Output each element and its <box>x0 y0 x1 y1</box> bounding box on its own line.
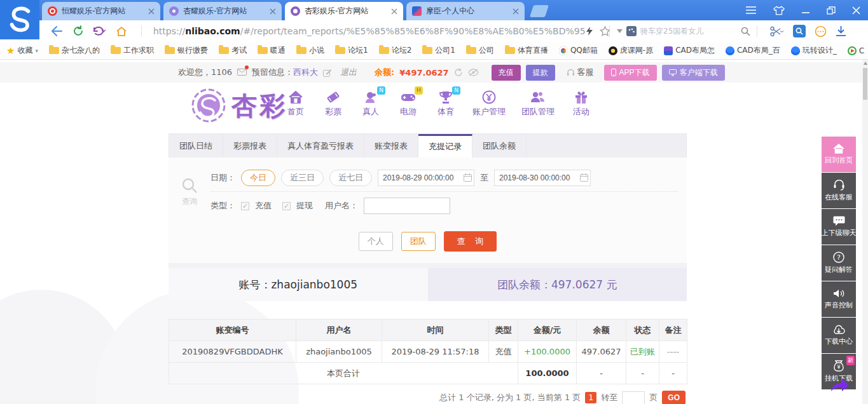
message-envelope-icon[interactable] <box>237 68 247 77</box>
side-online-service[interactable]: 在线客服 <box>822 173 856 208</box>
bookmark-site-cad-baidu[interactable]: CAD布局_百 <box>726 45 780 56</box>
customer-service-link[interactable]: 客服 <box>567 67 594 78</box>
scrollbar-thumb[interactable] <box>863 68 867 100</box>
personal-button[interactable]: 个人 <box>359 232 393 251</box>
tab-close-icon[interactable] <box>270 8 276 15</box>
preset-last-3-days[interactable]: 近三日 <box>281 170 324 186</box>
bookmark-folder[interactable]: 杂七杂八的 <box>49 45 100 56</box>
bookmark-folder[interactable]: 考试 <box>219 45 247 56</box>
bookmark-site-cad[interactable]: CAD布局怎 <box>664 45 715 56</box>
restore-icon[interactable] <box>827 6 836 15</box>
page-search-app-icon[interactable] <box>793 25 806 37</box>
tab-account-change[interactable]: 账变报表 <box>364 134 418 158</box>
search-icon[interactable] <box>741 27 750 36</box>
bookmark-folder[interactable]: 公司 <box>466 45 494 56</box>
bookmark-folder[interactable]: 暖通 <box>258 45 286 56</box>
bookmark-site-huke[interactable]: 虎课网-原 <box>609 45 653 56</box>
withdraw-button[interactable]: 提款 <box>526 65 555 81</box>
preset-today[interactable]: 今日 <box>241 170 275 186</box>
browser-tab-1[interactable]: 恒耀娱乐-官方网站 <box>42 2 160 20</box>
nav-lottery[interactable]: 彩票 <box>322 90 344 118</box>
team-button[interactable]: 团队 <box>401 232 436 251</box>
username-input[interactable] <box>364 198 450 214</box>
tab-close-icon[interactable] <box>391 8 397 15</box>
nav-sports[interactable]: N 体育 <box>435 90 457 118</box>
date-from-field[interactable] <box>378 170 474 186</box>
edit-pencil-icon[interactable] <box>323 69 331 77</box>
address-bar[interactable]: https://nlibao.com/#/report/team_reports… <box>148 25 603 37</box>
browser-menu-icon[interactable] <box>745 6 757 15</box>
bookmark-folder[interactable]: 体育直播 <box>505 45 548 56</box>
side-download-center[interactable]: 下载中心 <box>822 318 856 353</box>
nav-egames[interactable]: H 电游 <box>397 90 419 118</box>
bookmark-folder[interactable]: 工作求职 <box>111 45 154 56</box>
bookmark-folder[interactable]: 公司1 <box>422 45 455 56</box>
tab-team-balance[interactable]: 团队余额 <box>472 134 527 158</box>
bookmark-folder[interactable]: 论坛1 <box>335 45 368 56</box>
goto-page-input[interactable] <box>622 391 645 404</box>
redo-share-arrow-icon[interactable] <box>829 376 850 394</box>
tab-team-daily[interactable]: 团队日结 <box>169 134 223 158</box>
bookmark-site-qq[interactable]: QQ邮箱 <box>559 45 598 56</box>
favorites-menu[interactable]: ★收藏▾ <box>6 45 38 57</box>
refresh-button[interactable] <box>70 23 86 39</box>
back-button[interactable] <box>48 23 65 39</box>
current-page-badge[interactable]: 1 <box>585 392 596 403</box>
bookmark-folder[interactable]: 小说 <box>296 45 324 56</box>
nav-promotions[interactable]: 活动 <box>570 90 592 118</box>
bookmark-folder[interactable]: 银行缴费 <box>165 45 208 56</box>
bookmark-site-c[interactable]: C <box>848 46 864 55</box>
undo-close-button[interactable] <box>92 23 108 39</box>
site-logo[interactable]: 杏彩 <box>191 88 287 123</box>
tab-deposit-withdraw-records[interactable]: 充提记录 <box>418 134 472 158</box>
nav-live-casino[interactable]: N 真人 <box>360 90 382 118</box>
hide-balance-eye-icon[interactable] <box>468 69 479 76</box>
nav-home[interactable]: 首页 <box>285 90 307 118</box>
date-to-input[interactable] <box>494 170 591 186</box>
go-button[interactable]: GO <box>662 391 685 404</box>
side-sound-control[interactable]: 声音控制 <box>822 281 856 317</box>
withdraw-checkbox[interactable]: ✓ <box>282 202 291 210</box>
bookmark-site-design[interactable]: 玩转设计_ <box>791 45 837 56</box>
lightning-icon[interactable] <box>586 26 593 36</box>
recharge-button[interactable]: 充值 <box>492 65 521 81</box>
skin-theme-icon[interactable] <box>773 6 785 15</box>
bookmark-label: 体育直播 <box>518 45 548 56</box>
date-from-input[interactable] <box>378 170 474 186</box>
live-dealer-icon <box>363 90 378 104</box>
side-back-to-home[interactable]: 回到首页 <box>822 137 856 172</box>
logout-link[interactable]: 退出 <box>340 67 357 78</box>
minimize-icon[interactable] <box>801 6 810 14</box>
preset-last-7-days[interactable]: 近七日 <box>329 170 372 186</box>
recharge-checkbox[interactable]: ✓ <box>241 202 249 210</box>
query-button[interactable]: 查 询 <box>444 231 497 252</box>
screenshot-scissors-icon[interactable] <box>770 26 784 37</box>
tab-close-icon[interactable] <box>513 8 519 15</box>
side-upline-chat[interactable]: 上下级聊天 <box>822 209 856 245</box>
home-button[interactable] <box>113 23 130 39</box>
tab-live-sports-pl[interactable]: 真人体育盈亏报表 <box>277 134 364 158</box>
address-dropdown-icon[interactable] <box>617 29 623 33</box>
scrollbar-up-arrow[interactable] <box>864 62 867 65</box>
date-to-field[interactable] <box>494 170 591 186</box>
refresh-balance-icon[interactable] <box>454 68 463 77</box>
cad-site-icon <box>664 46 673 55</box>
extensions-icon[interactable] <box>815 25 827 37</box>
browser-tab-2[interactable]: 杏耀娱乐-官方网站 <box>163 2 282 20</box>
side-faq[interactable]: ? 疑问解答 <box>822 245 856 281</box>
close-window-icon[interactable] <box>852 6 860 15</box>
tab-lottery-report[interactable]: 彩票报表 <box>223 134 277 158</box>
download-manager-icon[interactable] <box>836 25 846 37</box>
browser-tab-4[interactable]: 摩臣-个人中心 <box>406 2 525 20</box>
nav-team-management[interactable]: 团队管理 <box>521 90 555 118</box>
search-box[interactable]: 骑车穿25国看女儿 <box>626 26 750 37</box>
nav-account-management[interactable]: 账户管理 <box>472 90 506 118</box>
team-people-icon <box>530 90 546 104</box>
client-download-button[interactable]: 客户端下载 <box>662 65 725 81</box>
app-download-button[interactable]: APP下载 <box>604 65 657 81</box>
bookmark-folder[interactable]: 论坛2 <box>379 45 412 56</box>
new-tab-button[interactable] <box>530 5 549 17</box>
tab-close-icon[interactable] <box>148 8 155 15</box>
browser-tab-3-active[interactable]: 杏彩娱乐-官方网站 <box>285 2 403 20</box>
page-scrollbar[interactable] <box>862 60 868 404</box>
